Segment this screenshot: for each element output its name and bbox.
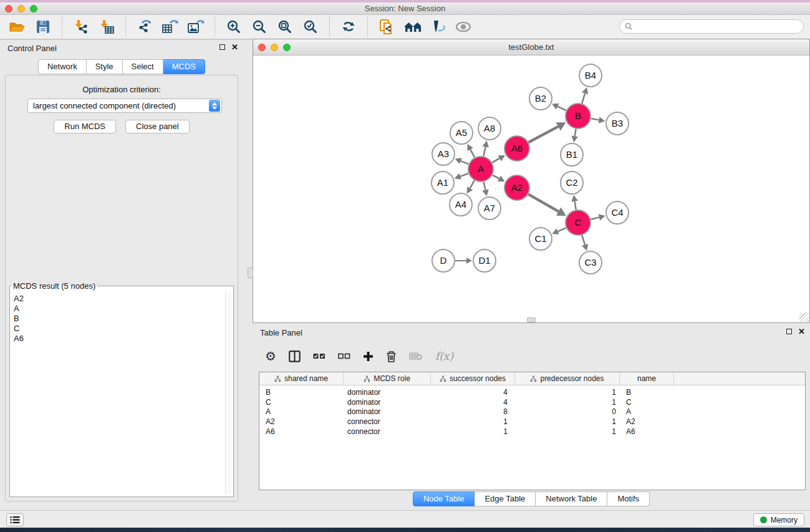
table-cell[interactable]: C xyxy=(259,398,344,407)
table-cell[interactable]: 1 xyxy=(515,417,620,426)
search-input[interactable] xyxy=(636,21,803,32)
close-table-panel-icon[interactable]: ✕ xyxy=(798,328,805,335)
duplicate-network-icon[interactable] xyxy=(378,17,395,36)
window-resize-grip[interactable] xyxy=(799,312,809,322)
import-network-icon[interactable] xyxy=(72,17,90,36)
table-cell[interactable]: dominator xyxy=(344,407,431,416)
mcds-result-item[interactable]: B xyxy=(14,314,224,324)
task-history-button[interactable] xyxy=(6,513,24,526)
table-cell[interactable]: A6 xyxy=(620,427,674,436)
export-network-icon[interactable] xyxy=(136,17,153,36)
table-cell[interactable]: 1 xyxy=(515,398,620,407)
graph-edge-A-A6[interactable] xyxy=(492,158,499,163)
float-panel-icon[interactable] xyxy=(219,44,225,50)
table-cell[interactable]: A6 xyxy=(259,427,344,436)
select-all-icon[interactable] xyxy=(313,348,325,364)
table-cell[interactable]: 1 xyxy=(431,417,515,426)
table-cell[interactable]: A2 xyxy=(259,417,344,426)
graph-edge-A-A5[interactable] xyxy=(470,149,475,157)
annotation-marker-icon[interactable] xyxy=(429,17,446,36)
open-session-icon[interactable] xyxy=(9,17,26,36)
table-cell[interactable]: dominator xyxy=(344,388,431,397)
column-header-successor-nodes[interactable]: successor nodes xyxy=(431,372,515,385)
create-column-icon[interactable] xyxy=(289,348,301,364)
graph-edge-A-A8[interactable] xyxy=(483,147,485,156)
column-header-mcds-role[interactable]: MCDS role xyxy=(344,372,431,385)
table-cell[interactable]: 4 xyxy=(431,388,515,397)
export-image-icon[interactable] xyxy=(187,17,205,36)
close-panel-button[interactable]: Close panel xyxy=(125,120,190,133)
table-row[interactable]: Bdominator41B xyxy=(259,387,805,397)
mcds-result-item[interactable]: A xyxy=(14,304,224,314)
table-cell[interactable]: 4 xyxy=(431,398,515,407)
table-row[interactable]: A6connector11A6 xyxy=(259,427,805,437)
zoom-selected-icon[interactable] xyxy=(302,17,319,36)
mcds-result-item[interactable]: A6 xyxy=(14,334,224,344)
table-cell[interactable]: B xyxy=(259,388,344,397)
table-cell[interactable]: 1 xyxy=(515,388,620,397)
tab-network-table[interactable]: Network Table xyxy=(536,491,607,506)
tab-motifs[interactable]: Motifs xyxy=(607,491,650,506)
home-icon[interactable] xyxy=(403,17,421,36)
column-header-predecessor-nodes[interactable]: predecessor nodes xyxy=(515,372,620,385)
left-splitter-handle[interactable] xyxy=(248,268,253,278)
tab-edge-table[interactable]: Edge Table xyxy=(475,491,536,506)
table-row[interactable]: A2connector11A2 xyxy=(259,417,805,427)
graph-edge-C-C3[interactable] xyxy=(582,235,585,244)
tab-select[interactable]: Select xyxy=(123,59,163,74)
graph-edge-A-A1[interactable] xyxy=(460,173,468,177)
table-row[interactable]: Adominator80A xyxy=(259,407,805,417)
save-session-icon[interactable] xyxy=(34,17,52,36)
network-canvas-svg[interactable]: AA1A2A3A4A5A6A7A8BB1B2B3B4CC1C2C3C4DD1 xyxy=(253,56,809,322)
network-canvas[interactable]: AA1A2A3A4A5A6A7A8BB1B2B3B4CC1C2C3C4DD1 xyxy=(253,56,809,322)
table-cell[interactable]: C xyxy=(620,398,674,407)
bottom-splitter-handle[interactable] xyxy=(527,317,536,322)
mcds-result-item[interactable]: A2 xyxy=(14,294,224,304)
unselect-all-icon[interactable] xyxy=(338,348,350,364)
mcds-result-scrollbar[interactable] xyxy=(225,292,233,495)
table-cell[interactable]: B xyxy=(620,388,674,397)
zoom-fit-icon[interactable] xyxy=(276,17,294,36)
tab-mcds[interactable]: MCDS xyxy=(163,59,205,74)
table-cell[interactable]: dominator xyxy=(344,398,431,407)
zoom-in-icon[interactable] xyxy=(225,17,243,36)
graph-edge-B-B1[interactable] xyxy=(575,129,576,137)
graph-edge-A2-C[interactable] xyxy=(528,194,559,211)
mcds-result-list[interactable]: A2ABCA6 xyxy=(11,292,224,495)
table-cell[interactable]: A2 xyxy=(620,417,674,426)
graph-edge-A6-B[interactable] xyxy=(529,127,559,142)
graph-edge-A-A4[interactable] xyxy=(470,180,475,188)
graph-edge-B-B3[interactable] xyxy=(591,118,599,120)
criterion-dropdown[interactable]: largest connected component (directed) xyxy=(27,99,222,113)
table-cell[interactable]: A xyxy=(259,407,344,416)
table-cell[interactable]: connector xyxy=(344,427,431,436)
run-mcds-button[interactable]: Run MCDS xyxy=(54,120,116,133)
table-cell[interactable]: connector xyxy=(344,417,431,426)
import-table-icon[interactable] xyxy=(98,17,115,36)
tab-node-table[interactable]: Node Table xyxy=(413,491,475,506)
column-header-shared-name[interactable]: shared name xyxy=(259,372,344,385)
graph-edge-A-A7[interactable] xyxy=(484,181,486,190)
zoom-out-icon[interactable] xyxy=(251,17,268,36)
graph-edge-A-A3[interactable] xyxy=(461,161,469,164)
graph-edge-C-C2[interactable] xyxy=(575,201,576,210)
tab-network[interactable]: Network xyxy=(38,59,87,74)
export-table-icon[interactable] xyxy=(162,17,179,36)
toolbar-search[interactable] xyxy=(619,19,804,34)
table-cell[interactable]: 1 xyxy=(515,427,620,436)
close-panel-icon[interactable]: ✕ xyxy=(231,44,238,51)
table-cell[interactable]: 0 xyxy=(515,407,620,416)
graph-edge-A-A2[interactable] xyxy=(493,175,499,179)
refresh-icon[interactable] xyxy=(340,17,357,36)
delete-icon[interactable] xyxy=(386,348,397,364)
graph-edge-C-C4[interactable] xyxy=(591,217,599,219)
table-cell[interactable]: A xyxy=(620,407,674,416)
table-cell[interactable]: 8 xyxy=(431,407,515,416)
memory-button[interactable]: Memory xyxy=(753,513,804,526)
graph-edge-B-B4[interactable] xyxy=(582,94,585,104)
table-cell[interactable]: 1 xyxy=(431,427,515,436)
graph-edge-C-C1[interactable] xyxy=(558,228,566,231)
column-header-name[interactable]: name xyxy=(620,372,674,385)
table-row[interactable]: Cdominator41C xyxy=(259,397,805,407)
graph-edge-B-B2[interactable] xyxy=(557,107,566,110)
